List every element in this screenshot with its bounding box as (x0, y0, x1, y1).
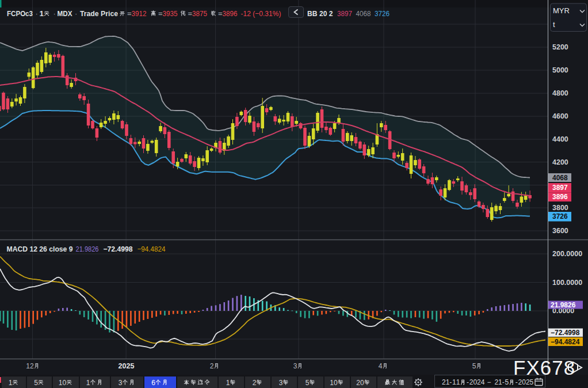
svg-text:·: · (54, 9, 56, 18)
svg-text:MDX: MDX (58, 9, 72, 18)
svg-text:200.0000: 200.0000 (552, 250, 582, 258)
svg-text:1: 1 (40, 9, 44, 18)
svg-text:5: 5 (530, 378, 534, 386)
svg-text:3726: 3726 (375, 9, 390, 18)
svg-text:-12 (−0.31%): -12 (−0.31%) (241, 9, 281, 18)
svg-text:3726: 3726 (552, 212, 568, 220)
svg-text:−72.4998: −72.4998 (104, 245, 133, 253)
svg-text:3800: 3800 (552, 204, 568, 212)
svg-text:·: · (75, 9, 77, 18)
svg-text:1: 1 (456, 378, 460, 386)
svg-text:20: 20 (356, 379, 364, 387)
svg-text:=: = (218, 9, 223, 18)
svg-text:4: 4 (379, 362, 383, 370)
svg-text:4200: 4200 (552, 158, 568, 166)
svg-text:3: 3 (279, 379, 283, 387)
svg-text:BB 20 2: BB 20 2 (307, 9, 333, 18)
svg-text:2025: 2025 (119, 362, 135, 370)
svg-text:3: 3 (293, 362, 297, 370)
svg-text:1: 1 (226, 379, 230, 387)
svg-text:t: t (553, 20, 555, 29)
svg-text:3875: 3875 (192, 9, 207, 18)
svg-text:−: − (487, 378, 491, 386)
svg-text:=: = (158, 9, 163, 18)
svg-text:4068: 4068 (552, 174, 568, 182)
svg-text:4: 4 (481, 378, 485, 386)
svg-text:FCPOc3: FCPOc3 (7, 9, 33, 18)
svg-text:3: 3 (119, 379, 123, 387)
svg-text:5: 5 (505, 378, 509, 386)
svg-text:3897: 3897 (337, 9, 352, 18)
svg-text:·: · (36, 9, 38, 18)
svg-text:10: 10 (59, 379, 67, 387)
svg-text:100.0000: 100.0000 (552, 279, 582, 287)
svg-text:2: 2 (253, 379, 257, 387)
svg-text:4068: 4068 (356, 9, 371, 18)
svg-text:−72.4998: −72.4998 (551, 329, 580, 337)
svg-text:3896: 3896 (552, 193, 568, 201)
svg-text:5200: 5200 (552, 43, 568, 51)
svg-text:5: 5 (472, 362, 476, 370)
svg-text:1: 1 (9, 379, 13, 387)
svg-text:3896: 3896 (223, 9, 238, 18)
svg-text:3897: 3897 (552, 184, 568, 192)
svg-text:3935: 3935 (163, 9, 178, 18)
svg-text:=: = (127, 9, 132, 18)
svg-text:MACD 12 26 close 9: MACD 12 26 close 9 (7, 245, 73, 253)
svg-text:-: - (502, 378, 505, 386)
svg-text:2: 2 (210, 362, 214, 370)
svg-text:-: - (467, 378, 469, 386)
svg-text:=: = (188, 9, 193, 18)
svg-text:5000: 5000 (552, 66, 568, 74)
svg-text:-: - (516, 378, 518, 386)
svg-text:10: 10 (330, 379, 338, 387)
svg-text:−94.4824: −94.4824 (138, 245, 166, 253)
svg-text:MYR: MYR (553, 6, 570, 15)
svg-text:1: 1 (86, 379, 90, 387)
svg-text:5: 5 (306, 379, 310, 387)
svg-text:5: 5 (34, 379, 38, 387)
svg-text:3912: 3912 (132, 9, 147, 18)
svg-text:-: - (449, 378, 452, 386)
svg-text:Trade Price: Trade Price (80, 9, 118, 18)
svg-text:21.9826: 21.9826 (551, 301, 576, 309)
svg-text:4600: 4600 (552, 112, 568, 120)
svg-text:4800: 4800 (552, 89, 568, 97)
svg-text:21.9826: 21.9826 (76, 245, 99, 253)
svg-text:4400: 4400 (552, 135, 568, 143)
svg-text:12: 12 (26, 362, 34, 370)
svg-text:3600: 3600 (552, 227, 568, 235)
svg-text:−94.4824: −94.4824 (551, 338, 580, 346)
svg-text:6: 6 (151, 379, 155, 387)
